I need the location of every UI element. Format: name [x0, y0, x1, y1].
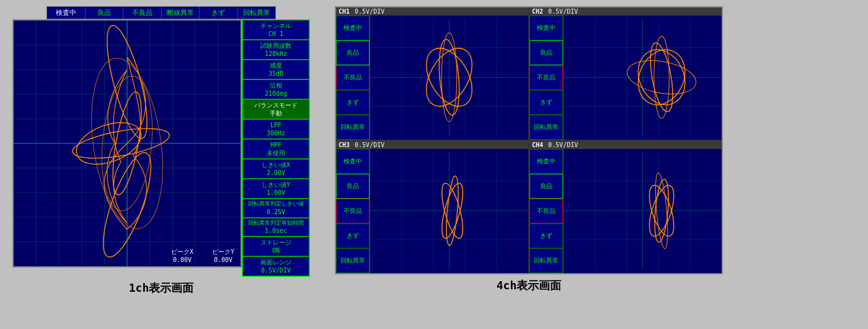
ch4-wrapper: CH4 0.5V/DIV 検査中 良品 不良品 きず 回転異常 — [529, 141, 722, 273]
ch1-range: 0.5V/DIV — [355, 8, 384, 15]
ch3-buttons: 検査中 良品 不良品 きず 回転異常 — [336, 149, 370, 273]
ch2-label: CH2 — [532, 8, 543, 15]
ch3-wrapper: CH3 0.5V/DIV 検査中 良品 不良品 きず 回転異常 — [336, 141, 528, 273]
ch3-panel: 検査中 良品 不良品 きず 回転異常 — [336, 149, 528, 273]
setting-freq[interactable]: 試験周波数 128kHz — [242, 40, 309, 60]
ch1-osc — [370, 16, 528, 140]
osc-grid-svg — [14, 20, 241, 266]
setting-range[interactable]: 画面レンジ 0.5V/DIV — [242, 256, 309, 276]
status-rotation[interactable]: 回転異常 — [238, 7, 276, 19]
ch1-wrapper: CH1 0.5V/DIV 検査中 良品 不良品 きず 回転異常 — [336, 7, 528, 140]
panel-4ch-title: 4ch表示画面 — [497, 278, 562, 293]
ch1-btn-rotation[interactable]: 回転異常 — [336, 115, 370, 140]
status-good[interactable]: 良品 — [86, 7, 124, 19]
setting-channel[interactable]: チャンネル CH 1 — [242, 20, 309, 40]
ch2-btn-rotation[interactable]: 回転異常 — [529, 115, 563, 140]
ch2-osc — [564, 16, 722, 140]
ch2-header: CH2 0.5V/DIV — [529, 7, 722, 16]
status-inspecting[interactable]: 検査中 — [47, 7, 86, 19]
ch3-btn-rotation[interactable]: 回転異常 — [336, 248, 370, 273]
ch3-osc — [370, 149, 528, 273]
main-container: 検査中 良品 不良品 断線異常 きず 回転異常 — [12, 6, 856, 295]
setting-threshy[interactable]: しきい値Y 1.00V — [242, 179, 309, 199]
setting-phase[interactable]: 位相 210deg — [242, 79, 309, 99]
ch4-btn-rotation[interactable]: 回転異常 — [529, 248, 563, 273]
ch4-btn-inspecting[interactable]: 検査中 — [529, 149, 563, 174]
ch2-btn-good[interactable]: 良品 — [529, 40, 563, 65]
setting-rot-thresh[interactable]: 回転異常判定しきい値 0.25V — [242, 199, 309, 218]
oscilloscope-main: ピークX 0.00V ピークY 0.00V — [12, 19, 242, 268]
setting-lpf[interactable]: LPF 300Hz — [242, 119, 309, 139]
ch2-btn-inspecting[interactable]: 検査中 — [529, 16, 563, 40]
ch3-btn-bad[interactable]: 不良品 — [336, 199, 370, 223]
ch3-label: CH3 — [339, 142, 350, 148]
peak-x-label: ピークX 0.00V — [171, 248, 193, 263]
ch2-waveform — [564, 16, 722, 140]
status-break[interactable]: 断線異常 — [162, 7, 200, 19]
ch4-range: 0.5V/DIV — [548, 142, 578, 148]
setting-hpf[interactable]: HPF 未使用 — [242, 139, 309, 159]
ch4-btn-good[interactable]: 良品 — [529, 174, 563, 199]
ch4-header: CH4 0.5V/DIV — [529, 141, 722, 149]
ch2-panel: 検査中 良品 不良品 きず 回転異常 — [529, 16, 722, 140]
setting-rot-time[interactable]: 回転異常判定有効時間 1.0sec — [242, 218, 309, 237]
ch-grid: CH1 0.5V/DIV 検査中 良品 不良品 きず 回転異常 — [335, 6, 723, 274]
ch2-btn-scratch[interactable]: きず — [529, 90, 563, 115]
ch4-btn-bad[interactable]: 不良品 — [529, 199, 563, 223]
ch1-header: CH1 0.5V/DIV — [336, 7, 528, 16]
ch2-wrapper: CH2 0.5V/DIV 検査中 良品 不良品 きず 回転異常 — [529, 7, 722, 140]
ch1-btn-inspecting[interactable]: 検査中 — [336, 16, 370, 40]
setting-threshx[interactable]: しきい値X 2.00V — [242, 159, 309, 179]
ch4-buttons: 検査中 良品 不良品 きず 回転異常 — [529, 149, 564, 273]
panel-1ch-title: 1ch表示画面 — [129, 281, 194, 295]
ch3-btn-good[interactable]: 良品 — [336, 174, 370, 199]
ch4-osc — [564, 149, 722, 273]
ch3-btn-scratch[interactable]: きず — [336, 223, 370, 248]
ch3-btn-inspecting[interactable]: 検査中 — [336, 149, 370, 174]
panel-1ch-inner: ピークX 0.00V ピークY 0.00V チャンネル CH 1 試験周波数 — [12, 19, 310, 277]
status-scratch[interactable]: きず — [200, 7, 238, 19]
setting-storage[interactable]: ストレージ ON — [242, 237, 309, 256]
peak-y-label: ピークY 0.00V — [212, 248, 234, 263]
ch3-range: 0.5V/DIV — [355, 142, 384, 148]
ch4-btn-scratch[interactable]: きず — [529, 223, 563, 248]
ch2-btn-bad[interactable]: 不良品 — [529, 65, 563, 90]
ch1-btn-good[interactable]: 良品 — [336, 40, 370, 65]
setting-balance[interactable]: バランスモード 手動 — [242, 99, 309, 119]
status-bad[interactable]: 不良品 — [123, 7, 162, 19]
ch3-waveform — [370, 149, 528, 273]
ch4-panel: 検査中 良品 不良品 きず 回転異常 — [529, 149, 722, 273]
ch1-label: CH1 — [339, 8, 350, 15]
ch2-range: 0.5V/DIV — [548, 8, 578, 15]
ch1-btn-scratch[interactable]: きず — [336, 90, 370, 115]
ch4-label: CH4 — [532, 142, 543, 148]
status-bar: 検査中 良品 不良品 断線異常 きず 回転異常 — [46, 6, 276, 19]
ch1-panel: 検査中 良品 不良品 きず 回転異常 — [336, 16, 528, 140]
ch4-waveform — [564, 149, 722, 273]
ch2-buttons: 検査中 良品 不良品 きず 回転異常 — [529, 16, 564, 140]
ch1-waveform — [370, 16, 528, 140]
panel-4ch: CH1 0.5V/DIV 検査中 良品 不良品 きず 回転異常 — [335, 6, 723, 295]
panel-1ch: 検査中 良品 不良品 断線異常 きず 回転異常 — [12, 6, 310, 295]
ch1-btn-bad[interactable]: 不良品 — [336, 65, 370, 90]
ch3-header: CH3 0.5V/DIV — [336, 141, 528, 149]
setting-sensitivity[interactable]: 感度 35dB — [242, 60, 309, 79]
ch1-buttons: 検査中 良品 不良品 きず 回転異常 — [336, 16, 370, 140]
settings-panel: チャンネル CH 1 試験周波数 128kHz 感度 35dB 位相 210de… — [242, 19, 310, 277]
